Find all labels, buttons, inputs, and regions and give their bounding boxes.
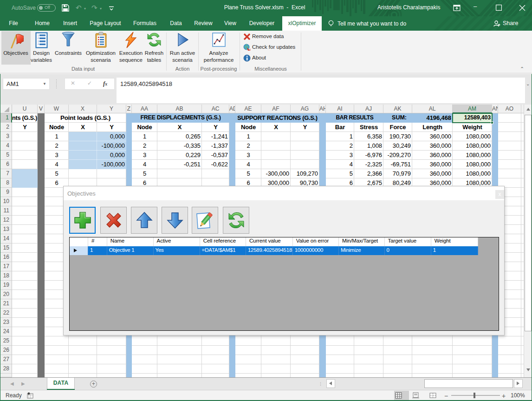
svg-text:1: 1 xyxy=(38,34,39,37)
svg-text:4: 4 xyxy=(38,43,39,46)
svg-text:2: 2 xyxy=(38,37,39,39)
svg-text:3: 3 xyxy=(38,40,39,43)
